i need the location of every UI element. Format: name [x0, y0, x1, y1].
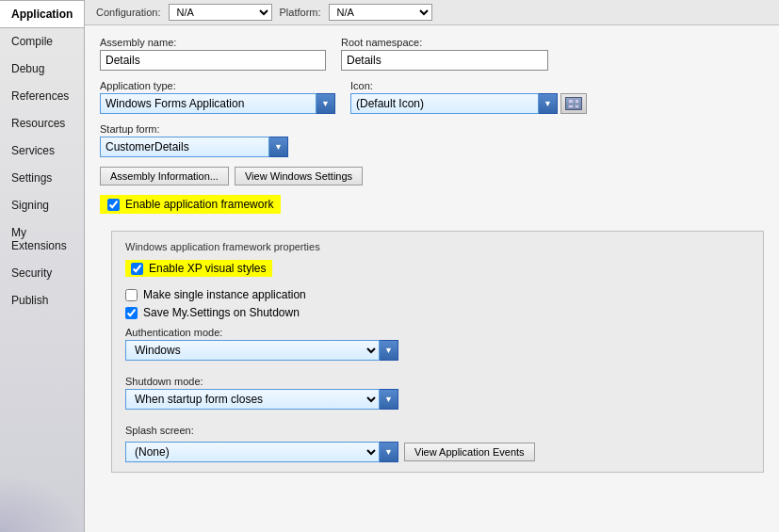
sidebar-label-references: References [11, 89, 69, 103]
application-type-label: Application type: [100, 80, 335, 91]
icon-group: Icon: (Default Icon) ▼ [350, 80, 587, 114]
icon-select-wrapper: (Default Icon) ▼ [350, 93, 587, 114]
sidebar-label-publish: Publish [11, 294, 48, 307]
shutdown-mode-group: Shutdown mode: When startup form closes … [125, 376, 750, 417]
sidebar-item-application[interactable]: Application [0, 0, 84, 28]
enable-framework-highlight: Enable application framework [100, 195, 281, 214]
splash-screen-group: Splash screen: (None) ▼ View Application… [125, 425, 750, 462]
sidebar-label-compile: Compile [11, 35, 53, 48]
assembly-info-button[interactable]: Assembly Information... [100, 167, 229, 185]
icon-label: Icon: [350, 80, 587, 91]
splash-dropdown-btn[interactable]: ▼ [380, 442, 398, 462]
enable-framework-checkbox[interactable] [107, 199, 120, 211]
icon-grid [568, 99, 579, 108]
save-settings-label: Save My.Settings on Shutdown [143, 306, 300, 319]
startup-form-dropdown-btn[interactable]: ▼ [269, 137, 288, 157]
framework-properties-box: Windows application framework properties… [111, 231, 764, 473]
sidebar-item-security[interactable]: Security [0, 260, 84, 287]
framework-properties-title: Windows application framework properties [125, 241, 750, 252]
sidebar-item-my-extensions[interactable]: My Extensions [0, 219, 84, 260]
root-namespace-group: Root namespace: [341, 37, 548, 71]
sidebar-item-publish[interactable]: Publish [0, 287, 84, 314]
sidebar-label-signing: Signing [11, 199, 49, 212]
sidebar-label-my-extensions: My Extensions [11, 226, 67, 252]
configuration-label: Configuration: [96, 7, 161, 18]
single-instance-label: Make single instance application [143, 288, 306, 301]
save-settings-row: Save My.Settings on Shutdown [125, 306, 750, 319]
view-windows-settings-button[interactable]: View Windows Settings [235, 167, 363, 185]
sidebar-item-debug[interactable]: Debug [0, 56, 84, 83]
assembly-name-group: Assembly name: [100, 37, 326, 71]
sidebar-label-services: Services [11, 144, 55, 157]
grid-cell-1 [568, 99, 574, 104]
sidebar-item-signing[interactable]: Signing [0, 192, 84, 219]
name-namespace-row: Assembly name: Root namespace: [100, 37, 764, 71]
sidebar-label-settings: Settings [11, 171, 52, 185]
sidebar-item-services[interactable]: Services [0, 137, 84, 165]
icon-dropdown-btn[interactable]: ▼ [539, 93, 558, 114]
platform-select[interactable]: N/A [329, 4, 432, 21]
enable-xp-label: Enable XP visual styles [149, 262, 267, 275]
sidebar-label-application: Application [11, 8, 73, 21]
application-type-select-wrapper: Windows Forms Application ▼ [100, 93, 335, 114]
sidebar-label-debug: Debug [11, 62, 44, 75]
application-type-group: Application type: Windows Forms Applicat… [100, 80, 335, 114]
application-type-select[interactable]: Windows Forms Application [100, 93, 316, 114]
sidebar-label-security: Security [11, 266, 52, 280]
single-instance-checkbox[interactable] [125, 289, 138, 301]
enable-xp-checkbox[interactable] [131, 263, 143, 275]
enable-framework-wrapper: Enable application framework [100, 195, 764, 223]
platform-label: Platform: [280, 7, 321, 18]
enable-xp-highlight: Enable XP visual styles [125, 260, 272, 277]
assembly-name-input[interactable] [100, 50, 326, 71]
top-bar: Configuration: N/A Platform: N/A [85, 0, 779, 25]
sidebar-item-settings[interactable]: Settings [0, 165, 84, 192]
grid-cell-4 [575, 105, 580, 109]
sidebar-label-resources: Resources [11, 117, 65, 130]
sidebar-item-resources[interactable]: Resources [0, 110, 84, 137]
root-namespace-input[interactable] [341, 50, 548, 71]
grid-cell-3 [568, 105, 574, 109]
sidebar-item-compile[interactable]: Compile [0, 28, 84, 56]
main-panel: Configuration: N/A Platform: N/A Assembl… [85, 0, 779, 532]
sidebar-item-references[interactable]: References [0, 83, 84, 110]
assembly-name-label: Assembly name: [100, 37, 326, 48]
auth-mode-group: Authentication mode: Windows ▼ [125, 327, 750, 368]
startup-form-label: Startup form: [100, 123, 764, 135]
enable-xp-wrapper: Enable XP visual styles [125, 260, 750, 282]
splash-screen-select[interactable]: (None) [125, 442, 380, 462]
auth-mode-label: Authentication mode: [125, 327, 750, 338]
root-namespace-label: Root namespace: [341, 37, 548, 48]
startup-form-group: Startup form: CustomerDetails ▼ [100, 123, 764, 157]
type-icon-row: Application type: Windows Forms Applicat… [100, 80, 764, 114]
shutdown-mode-label: Shutdown mode: [125, 376, 750, 387]
view-app-events-button[interactable]: View Application Events [404, 443, 535, 461]
shutdown-mode-dropdown-btn[interactable]: ▼ [380, 389, 398, 410]
startup-form-select-wrapper: CustomerDetails ▼ [100, 137, 764, 157]
enable-framework-label: Enable application framework [125, 198, 273, 211]
single-instance-row: Make single instance application [125, 288, 750, 301]
icon-browse-btn[interactable] [560, 93, 587, 114]
configuration-select[interactable]: N/A [169, 4, 272, 21]
grid-cell-2 [575, 99, 580, 104]
startup-form-select[interactable]: CustomerDetails [100, 137, 269, 157]
application-type-dropdown-btn[interactable]: ▼ [316, 93, 335, 114]
sidebar: Application Compile Debug References Res… [0, 0, 85, 532]
splash-select-wrapper: (None) ▼ [125, 442, 398, 462]
splash-screen-label: Splash screen: [125, 425, 750, 436]
icon-browse-inner [565, 97, 582, 110]
assembly-buttons-row: Assembly Information... View Windows Set… [100, 167, 764, 185]
content-area: Assembly name: Root namespace: Applicati… [85, 25, 779, 532]
auth-mode-select-wrapper: Windows ▼ [125, 340, 750, 361]
auth-mode-select[interactable]: Windows [125, 340, 380, 361]
save-settings-checkbox[interactable] [125, 307, 138, 319]
shutdown-mode-select[interactable]: When startup form closes [125, 389, 380, 410]
splash-screen-row: (None) ▼ View Application Events [125, 442, 750, 462]
auth-mode-dropdown-btn[interactable]: ▼ [380, 340, 398, 361]
icon-select[interactable]: (Default Icon) [350, 93, 539, 114]
shutdown-mode-select-wrapper: When startup form closes ▼ [125, 389, 750, 410]
